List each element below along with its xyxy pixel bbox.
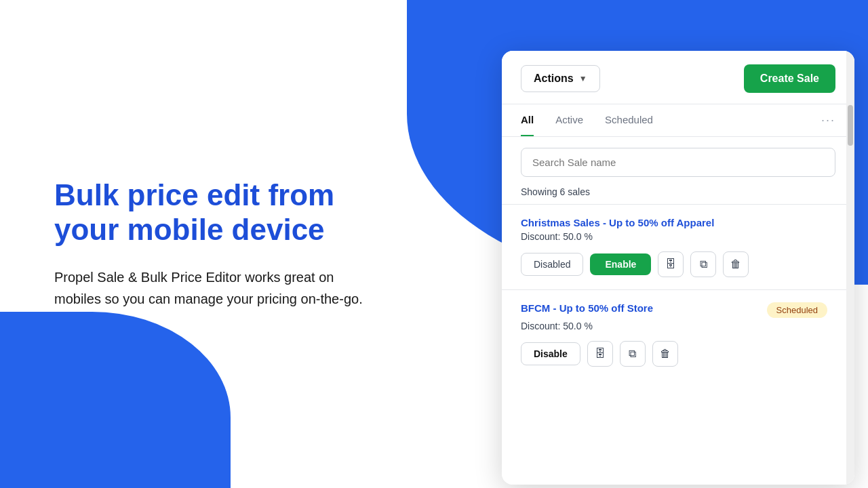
tabs-bar: All Active Scheduled ··· (502, 104, 854, 137)
search-input-wrap (521, 148, 835, 177)
sale-actions-1: Disabled Enable 🗄 ⧉ 🗑 (521, 251, 827, 277)
actions-button[interactable]: Actions ▼ (521, 65, 600, 92)
copy-icon: ⧉ (700, 258, 707, 270)
sale-item-1-header: Christmas Sales - Up to 50% off Apparel (521, 217, 827, 228)
trash-icon-2: 🗑 (660, 348, 671, 360)
showing-count: Showing 6 sales (502, 177, 854, 204)
sale-name-2[interactable]: BFCM - Up to 50% off Store (521, 302, 653, 314)
sale-1-delete-button[interactable]: 🗑 (723, 251, 749, 277)
sale-1-enable-button[interactable]: Enable (590, 253, 651, 275)
trash-icon: 🗑 (730, 258, 741, 270)
sale-2-disable-button[interactable]: Disable (521, 342, 580, 365)
sale-item-2: BFCM - Up to 50% off Store Scheduled Dis… (502, 289, 846, 379)
copy-icon-2: ⧉ (629, 348, 636, 360)
sale-item-2-header: BFCM - Up to 50% off Store Scheduled (521, 302, 827, 318)
actions-label: Actions (534, 73, 574, 85)
sale-2-delete-button[interactable]: 🗑 (652, 341, 678, 367)
search-input[interactable] (521, 148, 835, 177)
left-content: Bulk price edit from your mobile device … (0, 0, 441, 488)
sale-discount-1: Discount: 50.0 % (521, 231, 827, 242)
sale-2-archive-button[interactable]: 🗄 (587, 341, 613, 367)
tab-more-button[interactable]: ··· (821, 113, 835, 127)
sales-list: Christmas Sales - Up to 50% off Apparel … (502, 204, 854, 485)
panel-header: Actions ▼ Create Sale (502, 51, 854, 104)
hero-description: Propel Sale & Bulk Price Editor works gr… (54, 266, 380, 310)
hero-title: Bulk price edit from your mobile device (54, 178, 387, 247)
sale-1-disabled-button[interactable]: Disabled (521, 253, 583, 276)
create-sale-button[interactable]: Create Sale (744, 64, 835, 93)
sale-name-1[interactable]: Christmas Sales - Up to 50% off Apparel (521, 217, 714, 228)
scheduled-badge: Scheduled (767, 302, 827, 318)
chevron-down-icon: ▼ (579, 74, 587, 83)
tab-active[interactable]: Active (555, 104, 583, 136)
sale-1-archive-button[interactable]: 🗄 (658, 251, 684, 277)
app-panel: Actions ▼ Create Sale All Active Schedul… (502, 51, 854, 485)
archive-icon: 🗄 (665, 258, 676, 270)
archive-icon-2: 🗄 (595, 348, 606, 360)
sale-discount-2: Discount: 50.0 % (521, 321, 827, 331)
search-section (502, 137, 854, 177)
sale-actions-2: Disable 🗄 ⧉ 🗑 (521, 341, 827, 367)
scrollbar-thumb[interactable] (848, 105, 853, 146)
tab-scheduled[interactable]: Scheduled (605, 104, 653, 136)
sale-item-1: Christmas Sales - Up to 50% off Apparel … (502, 204, 846, 289)
sale-2-copy-button[interactable]: ⧉ (620, 341, 646, 367)
tab-all[interactable]: All (521, 104, 534, 136)
scrollbar-track[interactable] (846, 51, 854, 485)
sale-1-copy-button[interactable]: ⧉ (690, 251, 716, 277)
